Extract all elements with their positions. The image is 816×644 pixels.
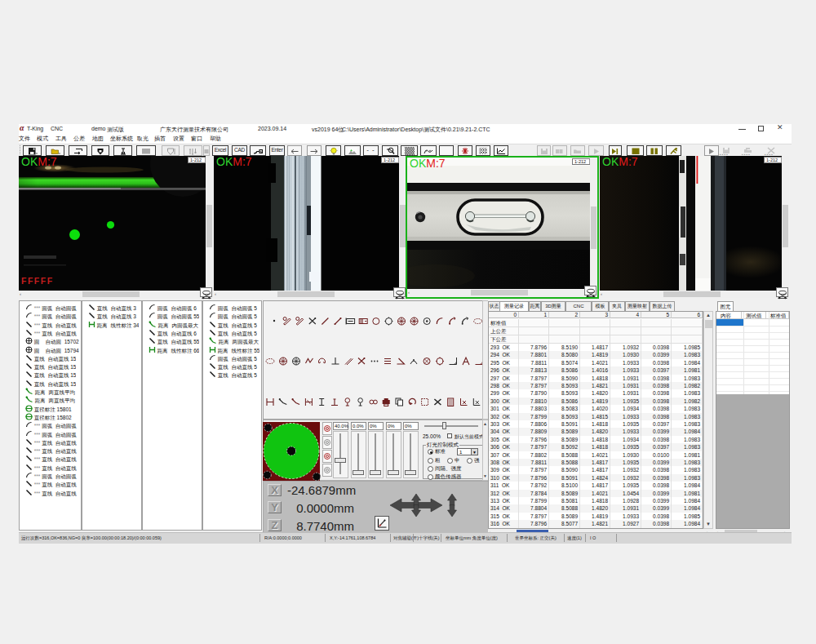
svg-text:FFFFF: FFFFF (21, 276, 54, 286)
